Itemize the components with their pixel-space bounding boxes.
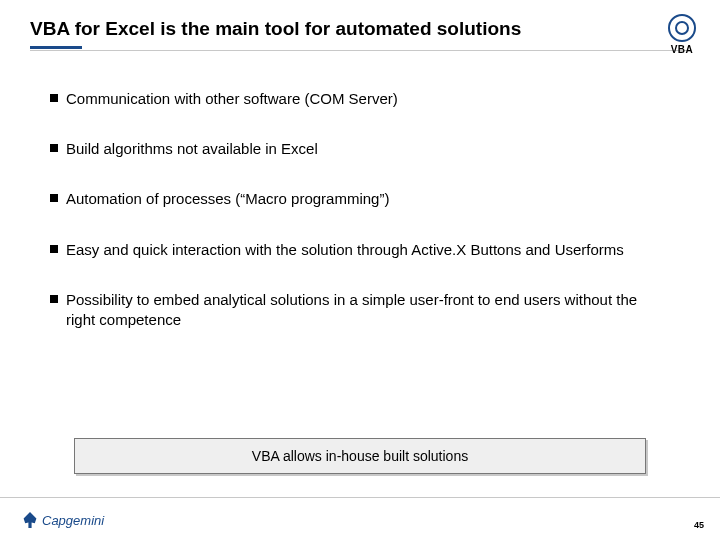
bullet-list: Communication with other software (COM S… — [0, 47, 720, 331]
logo-text: Capgemini — [42, 513, 104, 528]
bullet-square-icon — [50, 295, 58, 303]
title-separator-line — [30, 50, 690, 51]
bullet-text: Build algorithms not available in Excel — [66, 139, 670, 159]
callout-box: VBA allows in-house built solutions — [74, 438, 646, 474]
bullet-square-icon — [50, 144, 58, 152]
company-logo: Capgemini — [22, 512, 104, 528]
bullet-text: Communication with other software (COM S… — [66, 89, 670, 109]
list-item: Automation of processes (“Macro programm… — [50, 189, 670, 209]
slide: VBA for Excel is the main tool for autom… — [0, 0, 720, 540]
footer-separator-line — [0, 497, 720, 498]
slide-title: VBA for Excel is the main tool for autom… — [30, 18, 690, 41]
bullet-text: Easy and quick interaction with the solu… — [66, 240, 670, 260]
bullet-text: Possibility to embed analytical solution… — [66, 290, 670, 331]
bullet-square-icon — [50, 94, 58, 102]
callout-text: VBA allows in-house built solutions — [74, 438, 646, 474]
page-number: 45 — [694, 520, 704, 530]
corner-label: VBA — [668, 44, 696, 55]
bullet-text: Automation of processes (“Macro programm… — [66, 189, 670, 209]
spade-icon — [22, 512, 38, 528]
bullet-square-icon — [50, 245, 58, 253]
list-item: Build algorithms not available in Excel — [50, 139, 670, 159]
list-item: Possibility to embed analytical solution… — [50, 290, 670, 331]
corner-badge: VBA — [668, 14, 696, 55]
list-item: Communication with other software (COM S… — [50, 89, 670, 109]
target-icon — [668, 14, 696, 42]
title-underline-accent — [30, 46, 82, 49]
list-item: Easy and quick interaction with the solu… — [50, 240, 670, 260]
bullet-square-icon — [50, 194, 58, 202]
header: VBA for Excel is the main tool for autom… — [0, 0, 720, 47]
